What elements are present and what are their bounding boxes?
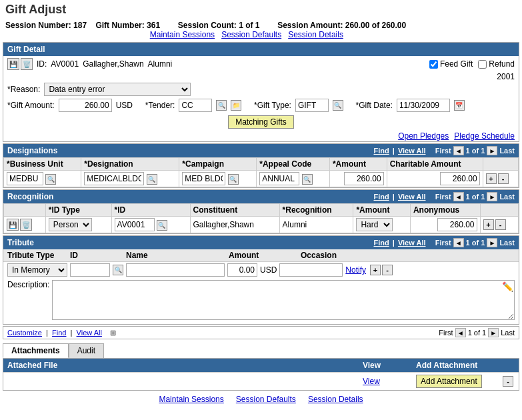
customize-bar: Customize | Find | View All ⊞ First ◄ 1 … <box>3 326 519 339</box>
trib-next-btn[interactable]: ► <box>487 238 497 247</box>
cust-viewall-link[interactable]: View All <box>77 329 102 337</box>
tribute-type-select[interactable]: In Memory <box>7 263 67 277</box>
footer-session-details[interactable]: Session Details <box>308 395 363 404</box>
rec-save-btn[interactable]: 💾 <box>7 219 19 231</box>
feed-gift-checkbox[interactable] <box>429 60 438 69</box>
designations-section: Designations Find | View All First ◄ 1 o… <box>3 143 519 188</box>
rec-add-btn[interactable]: + <box>483 219 494 230</box>
session-defaults-link-top[interactable]: Session Defaults <box>221 30 281 39</box>
rec-prev-btn[interactable]: ◄ <box>453 192 464 201</box>
des-first: First <box>435 147 451 155</box>
att-view-link[interactable]: View <box>363 377 380 386</box>
tribute-notify-link[interactable]: Notify <box>345 265 366 275</box>
des-des-lookup[interactable]: 🔍 <box>147 174 157 185</box>
reason-select[interactable]: Data entry error <box>44 83 191 96</box>
gift-type-input[interactable] <box>295 99 329 112</box>
rec-idtype-select[interactable]: Person <box>49 218 92 231</box>
gift-amount-input[interactable] <box>59 99 112 112</box>
rec-first: First <box>435 193 451 201</box>
gift-date-input[interactable] <box>397 99 450 112</box>
add-attachment-btn[interactable]: Add Attachment <box>416 375 482 388</box>
trib-prev-btn[interactable]: ◄ <box>453 238 464 247</box>
session-details-link-top[interactable]: Session Details <box>288 30 343 39</box>
matching-gifts-btn[interactable]: Matching Gifts <box>228 115 294 129</box>
tender-lookup-btn[interactable]: 🔍 <box>216 100 227 111</box>
des-bu-lookup[interactable]: 🔍 <box>45 174 56 185</box>
calendar-btn[interactable]: 📅 <box>454 100 465 111</box>
cancel-icon-btn[interactable]: 🗑️ <box>21 58 33 70</box>
tribute-currency: USD <box>260 265 277 275</box>
cust-find-link[interactable]: Find <box>52 329 66 337</box>
cust-next-btn[interactable]: ► <box>488 328 499 337</box>
pledge-schedule-link[interactable]: Pledge Schedule <box>454 131 515 141</box>
session-bar: Session Number: 187 Gift Number: 361 Ses… <box>0 19 522 41</box>
tribute-id-lookup[interactable]: 🔍 <box>113 265 123 275</box>
open-pledges-link[interactable]: Open Pledges <box>398 131 449 141</box>
footer-maintain-sessions[interactable]: Maintain Sessions <box>159 395 223 404</box>
des-amount-input[interactable] <box>344 172 384 185</box>
tab-attachments[interactable]: Attachments <box>3 343 69 358</box>
refund-label[interactable]: Refund <box>478 59 515 69</box>
rec-nav: 1 of 1 <box>466 193 485 201</box>
refund-checkbox[interactable] <box>478 60 487 69</box>
gift-number-value: 361 <box>147 21 160 30</box>
edit-corner-icon: ✏️ <box>502 281 513 292</box>
tribute-name-input[interactable] <box>126 263 225 277</box>
rec-viewall-link[interactable]: View All <box>398 193 426 201</box>
table-row: 💾 🗑️ Person 🔍 Gallagher,Shawn Alumni <box>4 217 519 233</box>
gift-type-label: *Gift Type: <box>254 101 291 110</box>
trib-find-link[interactable]: Find <box>374 239 389 247</box>
rec-remove-btn[interactable]: - <box>495 219 506 230</box>
rec-id-input[interactable] <box>115 218 155 231</box>
footer-session-defaults[interactable]: Session Defaults <box>236 395 296 404</box>
des-campaign-lookup[interactable]: 🔍 <box>228 174 239 185</box>
tender-folder-btn[interactable]: 📁 <box>231 100 241 111</box>
des-appeal-input[interactable] <box>259 172 299 185</box>
des-char-input[interactable] <box>440 172 480 185</box>
tribute-nav: Find | View All First ◄ 1 of 1 ► Last <box>373 238 515 247</box>
gift-amount-label: *Gift Amount: <box>7 101 55 110</box>
customize-link[interactable]: Customize <box>7 329 42 337</box>
tabs-container: Attachments Audit <box>0 341 522 358</box>
des-bu-input[interactable] <box>7 172 43 185</box>
des-prev-btn[interactable]: ◄ <box>453 146 464 155</box>
tribute-amount-input[interactable] <box>227 263 257 277</box>
tender-input[interactable] <box>179 99 212 112</box>
tribute-occasion-input[interactable] <box>279 263 343 277</box>
rec-recognition-select[interactable]: Hard <box>356 218 393 231</box>
save-icon-btn[interactable]: 💾 <box>7 58 19 70</box>
gift-detail-section: Gift Detail 💾 🗑️ ID: AV0001 Gallagher,Sh… <box>3 42 519 142</box>
rec-find-link[interactable]: Find <box>374 193 389 201</box>
des-find-link[interactable]: Find <box>374 147 389 155</box>
des-viewall-link[interactable]: View All <box>398 147 426 155</box>
trib-nav: 1 of 1 <box>466 239 485 247</box>
maintain-sessions-link-top[interactable]: Maintain Sessions <box>150 30 215 39</box>
recognition-table: *ID Type *ID Constituent *Recognition *A… <box>3 203 519 233</box>
rec-del-btn[interactable]: 🗑️ <box>20 219 32 231</box>
des-des-input[interactable] <box>84 172 144 185</box>
tab-audit[interactable]: Audit <box>69 343 104 358</box>
att-remove-btn[interactable]: - <box>503 376 513 387</box>
trib-remove-btn[interactable]: - <box>382 265 393 275</box>
recognition-header: Recognition Find | View All First ◄ 1 of… <box>3 190 519 203</box>
des-campaign-input[interactable] <box>182 172 225 185</box>
rec-amount-input[interactable] <box>437 218 477 231</box>
gift-detail-row1: 💾 🗑️ ID: AV0001 Gallagher,Shawn Alumni F… <box>3 56 519 72</box>
des-add-btn[interactable]: + <box>486 173 497 184</box>
cust-nav: First ◄ 1 of 1 ► Last <box>439 328 515 337</box>
des-next-btn[interactable]: ► <box>487 146 497 155</box>
tribute-id-input[interactable] <box>70 263 110 277</box>
rec-next-btn[interactable]: ► <box>487 192 497 201</box>
description-textarea[interactable] <box>52 280 515 320</box>
feed-gift-label[interactable]: Feed Gift <box>429 59 473 69</box>
rec-id-lookup-btn[interactable]: 🔍 <box>157 220 167 231</box>
att-file-header: Attached File <box>3 359 359 372</box>
rec-col-icons <box>4 204 46 217</box>
des-remove-btn[interactable]: - <box>498 173 509 184</box>
gift-type-lookup-btn[interactable]: 🔍 <box>333 100 343 111</box>
des-appeal-lookup[interactable]: 🔍 <box>302 174 313 185</box>
trib-viewall-link[interactable]: View All <box>398 239 426 247</box>
cust-prev-btn[interactable]: ◄ <box>455 328 466 337</box>
trib-add-btn[interactable]: + <box>370 265 381 275</box>
attachments-section: Attached File View Add Attachment View A… <box>3 358 519 391</box>
